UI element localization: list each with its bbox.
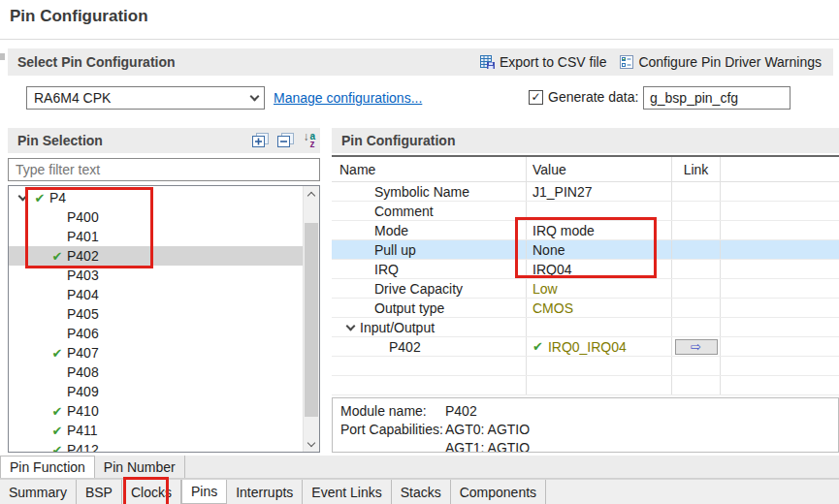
select-pin-configuration-title: Select Pin Configuration [8, 54, 176, 70]
property-name: Drive Capacity [374, 281, 463, 297]
property-value: CMOS [532, 300, 573, 316]
collapse-all-icon[interactable] [277, 133, 295, 148]
valid-check-icon: ✔ [532, 339, 543, 354]
property-name: Symbolic Name [374, 184, 469, 200]
page-tab[interactable]: Event Links [303, 480, 391, 504]
expand-all-icon[interactable] [252, 133, 270, 148]
scrollbar-thumb[interactable] [305, 223, 318, 417]
property-name: Comment [374, 204, 434, 219]
tree-item[interactable]: ✔ P407 [9, 343, 303, 362]
tree-item[interactable]: ✔ P402 [9, 246, 303, 266]
property-value: IRQ04 [532, 262, 571, 277]
chevron-down-icon[interactable] [346, 321, 356, 331]
tree-item[interactable]: ✔ P410 [9, 401, 303, 421]
title-separator [0, 39, 839, 40]
configured-check-icon: ✔ [52, 424, 63, 438]
export-csv-icon [480, 55, 495, 69]
generate-data-label: Generate data: [548, 89, 638, 105]
tree-item[interactable]: P406 [9, 324, 303, 343]
property-name: Input/Output [360, 320, 435, 335]
page-tab[interactable]: Stacks [392, 480, 451, 504]
tree-item-label: P403 [67, 268, 99, 283]
table-row[interactable]: P402 ✔ IRQ0_IRQ04 ⇨ [332, 337, 839, 357]
table-row[interactable]: Drive Capacity Low [332, 279, 839, 299]
property-value: Low [532, 281, 558, 297]
table-row[interactable]: Symbolic Name J1_PIN27 [332, 182, 839, 202]
configure-warnings-label: Configure Pin Driver Warnings [638, 54, 822, 70]
page-tab-label: Pins [191, 484, 217, 499]
table-row[interactable]: Input/Output [332, 318, 839, 337]
module-name-label: Module name: [340, 402, 445, 421]
page-tab-label: Stacks [401, 485, 441, 500]
tree-item[interactable]: P409 [9, 382, 303, 401]
tree-item[interactable]: P401 [9, 227, 303, 246]
page-tab[interactable]: Pins [181, 480, 227, 504]
scroll-origin-mark [0, 53, 5, 60]
chevron-down-icon [17, 192, 27, 202]
tree-scrollbar[interactable] [303, 186, 319, 452]
column-header-value[interactable]: Value [527, 157, 672, 181]
tree-item[interactable]: P404 [9, 285, 303, 304]
port-capability-value: AGT1: AGTIO [445, 439, 530, 453]
pin-selection-header: Pin Selection ↓ a [8, 128, 320, 153]
select-pin-configuration-header: Select Pin Configuration [8, 48, 833, 76]
navigate-link-button[interactable]: ⇨ [675, 339, 718, 355]
tree-item-label: P400 [67, 209, 99, 225]
column-header-link[interactable]: Link [672, 157, 721, 181]
tree-item[interactable]: ✔ P4 [9, 188, 303, 207]
generate-data-input[interactable] [643, 86, 791, 110]
export-csv-label: Export to CSV file [500, 54, 607, 70]
configured-check-icon: ✔ [52, 443, 63, 454]
sort-alphabetical-icon[interactable]: ↓ a z [303, 133, 315, 148]
chevron-down-icon [250, 92, 260, 102]
configure-warnings-button[interactable]: Configure Pin Driver Warnings [620, 54, 822, 70]
generate-data-group: ✓ Generate data: [529, 89, 638, 105]
table-row[interactable]: Comment [332, 202, 839, 221]
export-csv-button[interactable]: Export to CSV file [480, 54, 607, 70]
page-tab[interactable]: Clocks [122, 480, 181, 504]
configuration-select[interactable]: RA6M4 CPK [26, 86, 265, 110]
tree-item[interactable]: ✔ P412 [9, 440, 303, 453]
property-value: IRQ0_IRQ04 [548, 339, 627, 355]
tree-item-label: P412 [67, 442, 99, 453]
generate-data-checkbox[interactable]: ✓ [529, 90, 543, 105]
view-tab[interactable]: Pin Number [95, 456, 185, 478]
page-tab-label: Components [460, 485, 536, 500]
tree-item[interactable]: P408 [9, 362, 303, 382]
table-row[interactable]: Output type CMOS [332, 299, 839, 318]
page-tab[interactable]: Components [451, 480, 546, 504]
property-name: Pull up [374, 242, 416, 258]
port-capability-value: AGT0: AGTIO [445, 421, 530, 439]
scroll-up-icon[interactable] [304, 186, 319, 202]
view-tab[interactable]: Pin Function [0, 456, 95, 478]
tree-item[interactable]: P400 [9, 207, 303, 227]
page-tab[interactable]: Summary [0, 480, 77, 504]
property-value: None [532, 242, 565, 258]
pin-configuration-table: Name Value Link Symbolic Name J1_PIN27 [332, 155, 839, 395]
property-value: J1_PIN27 [532, 184, 592, 200]
table-row[interactable]: Pull up None [332, 240, 839, 260]
manage-configurations-link[interactable]: Manage configurations... [274, 90, 422, 106]
page-tab[interactable]: BSP [77, 480, 122, 504]
table-row[interactable] [332, 376, 839, 395]
configured-check-icon: ✔ [52, 404, 63, 419]
column-header-name[interactable]: Name [332, 157, 527, 181]
tree-item-label: P407 [67, 345, 99, 361]
configure-warnings-icon [620, 55, 633, 69]
scroll-down-icon[interactable] [304, 436, 319, 452]
pin-filter-input[interactable] [8, 158, 320, 181]
tree-item-label: P401 [67, 229, 99, 244]
tree-item[interactable]: P403 [9, 266, 303, 285]
tree-item[interactable]: P405 [9, 304, 303, 324]
table-row[interactable] [332, 357, 839, 376]
table-row[interactable]: Mode IRQ mode [332, 221, 839, 240]
table-body: Symbolic Name J1_PIN27 [332, 182, 839, 395]
tree-item-label: P408 [67, 364, 99, 380]
table-row[interactable]: IRQ IRQ04 [332, 260, 839, 279]
property-value: IRQ mode [532, 223, 595, 238]
page-tab[interactable]: Interrupts [227, 480, 303, 504]
tree-item[interactable]: ✔ P411 [9, 421, 303, 440]
tree-item-label: P4 [49, 190, 66, 205]
tree-item-label: P404 [67, 287, 99, 302]
configured-check-icon: ✔ [52, 249, 63, 264]
